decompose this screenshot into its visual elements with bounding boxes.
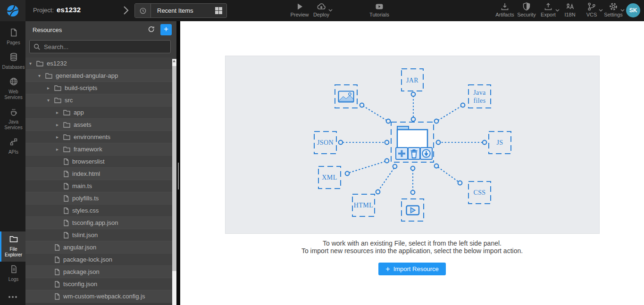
image-node — [335, 85, 357, 108]
settings-button[interactable]: Settings — [602, 2, 624, 20]
add-resource-button[interactable]: + — [160, 24, 172, 35]
tree-item[interactable]: ▾es1232 — [25, 58, 172, 70]
expand-arrow-icon[interactable]: ▾ — [47, 98, 54, 103]
video-node — [401, 199, 424, 221]
folder-icon — [63, 146, 70, 152]
tree-item-label: package-lock.json — [63, 256, 112, 263]
search-icon — [33, 43, 41, 50]
scrollbar-thumb[interactable] — [172, 66, 176, 271]
nav-item-java-services[interactable]: Java Services — [0, 104, 25, 134]
search-input[interactable] — [44, 43, 157, 50]
wavemaker-studio: Project:es1232 Recent Items Preview Depl… — [0, 0, 644, 305]
tree-item-label: framework — [74, 146, 102, 153]
folder-icon — [36, 60, 43, 66]
topbar-center-actions: Preview Deploy Tutorials — [289, 2, 393, 20]
tree-item[interactable]: ▾src — [25, 94, 172, 107]
globe-icon — [9, 77, 18, 86]
search-box[interactable] — [29, 40, 171, 53]
central-folder-node — [391, 122, 434, 162]
nav-item-web-services[interactable]: Web Services — [0, 74, 25, 104]
svg-text:CSS: CSS — [473, 189, 485, 196]
git-branch-icon — [587, 2, 596, 11]
tree-item[interactable]: browserslist — [25, 156, 172, 168]
recent-items-dropdown[interactable]: Recent Items — [134, 3, 227, 18]
expand-arrow-icon[interactable]: ▸ — [47, 85, 54, 91]
grid-view-icon[interactable] — [215, 7, 222, 14]
tree-item[interactable]: ▸framework — [25, 143, 172, 156]
tutorials-button[interactable]: Tutorials — [366, 2, 393, 20]
tree-item[interactable]: tslint.json — [25, 229, 172, 241]
nav-item-logs[interactable]: Logs — [0, 262, 25, 286]
delete-file-icon[interactable] — [408, 148, 420, 159]
tree-item[interactable]: ▾generated-angular-app — [25, 70, 172, 82]
file-icon — [54, 256, 60, 263]
tree-scrollbar[interactable] — [172, 59, 176, 305]
refresh-icon[interactable] — [147, 25, 156, 34]
recent-items-label: Recent Items — [151, 7, 193, 14]
download-file-icon[interactable] — [420, 148, 432, 159]
tree-item[interactable]: tsconfig.json — [25, 278, 172, 290]
app-logo[interactable] — [0, 0, 25, 21]
tree-item[interactable]: main.ts — [25, 180, 172, 192]
main-content: JAR Java files JSON — [180, 21, 644, 305]
history-icon — [135, 4, 151, 17]
tree-item[interactable]: package-lock.json — [25, 254, 172, 266]
chevron-right-icon[interactable] — [123, 6, 129, 15]
file-icon — [63, 183, 69, 190]
tree-item-label: index.html — [72, 170, 100, 177]
expand-arrow-icon[interactable]: ▾ — [38, 73, 45, 78]
security-button[interactable]: Security — [516, 2, 537, 20]
expand-arrow-icon[interactable]: ▸ — [56, 134, 63, 140]
tree-item[interactable]: ▸environments — [25, 131, 172, 143]
tree-item-label: browserslist — [72, 158, 105, 165]
tree-item[interactable]: ▸app — [25, 107, 172, 119]
tree-item-label: main.ts — [72, 182, 92, 190]
xml-node: XML — [318, 166, 341, 189]
nav-item-pages[interactable]: Pages — [0, 25, 25, 49]
file-icon — [63, 220, 69, 226]
i18n-button[interactable]: I18N — [559, 2, 581, 20]
tree-item-label: app — [74, 109, 84, 116]
tree-item[interactable]: ▸assets — [25, 119, 172, 131]
tree-item[interactable]: polyfills.ts — [25, 192, 172, 205]
nav-item-apis[interactable]: APIs — [0, 134, 25, 159]
expand-arrow-icon[interactable]: ▸ — [56, 147, 63, 152]
tree-item[interactable]: index.html — [25, 168, 172, 180]
svg-text:JS: JS — [496, 139, 503, 146]
tree-item[interactable]: styles.css — [25, 205, 172, 217]
add-file-icon[interactable] — [396, 148, 408, 159]
tree-item[interactable]: angular.json — [25, 241, 172, 254]
tree-item[interactable]: tsconfig.app.json — [25, 217, 172, 229]
import-resource-label: Import Resource — [393, 265, 439, 272]
expand-arrow-icon[interactable]: ▸ — [56, 122, 63, 127]
import-resource-button[interactable]: + Import Resource — [378, 263, 445, 275]
file-icon — [54, 269, 60, 275]
vcs-button[interactable]: VCS — [581, 2, 602, 20]
artifacts-button[interactable]: Artifacts — [494, 2, 516, 20]
tree-item[interactable]: package.json — [25, 266, 172, 278]
tree-item[interactable]: ▸build-scripts — [25, 82, 172, 94]
preview-button[interactable]: Preview — [289, 2, 310, 20]
folder-icon — [54, 85, 61, 91]
user-avatar[interactable]: SK — [626, 3, 640, 17]
api-nodes-icon — [9, 137, 18, 147]
import-illustration: JAR Java files JSON — [225, 56, 600, 234]
folder-icon — [9, 234, 18, 244]
expand-arrow-icon[interactable]: ▸ — [56, 110, 63, 115]
more-options-icon[interactable] — [0, 291, 25, 303]
panel-splitter[interactable] — [176, 21, 180, 305]
nav-item-databases[interactable]: Databases — [0, 49, 25, 74]
export-button[interactable]: Export — [537, 2, 559, 20]
topbar-right-actions: Artifacts Security Export I18N VCS — [494, 2, 624, 20]
splitter-handle[interactable] — [178, 163, 179, 190]
scroll-up-arrow[interactable] — [173, 60, 176, 62]
tree-item[interactable]: wm-custom-webpack.config.js — [25, 290, 172, 303]
svg-text:JSON: JSON — [317, 139, 333, 146]
nav-item-file-explorer[interactable]: File Explorer — [0, 231, 25, 262]
expand-arrow-icon[interactable]: ▾ — [29, 61, 36, 66]
instruction-line-1: To work with an existing File, select it… — [180, 240, 644, 247]
folder-icon — [63, 134, 70, 140]
deploy-button[interactable]: Deploy — [310, 2, 332, 20]
js-node: JS — [489, 132, 511, 154]
panel-title: Resources — [33, 26, 62, 33]
